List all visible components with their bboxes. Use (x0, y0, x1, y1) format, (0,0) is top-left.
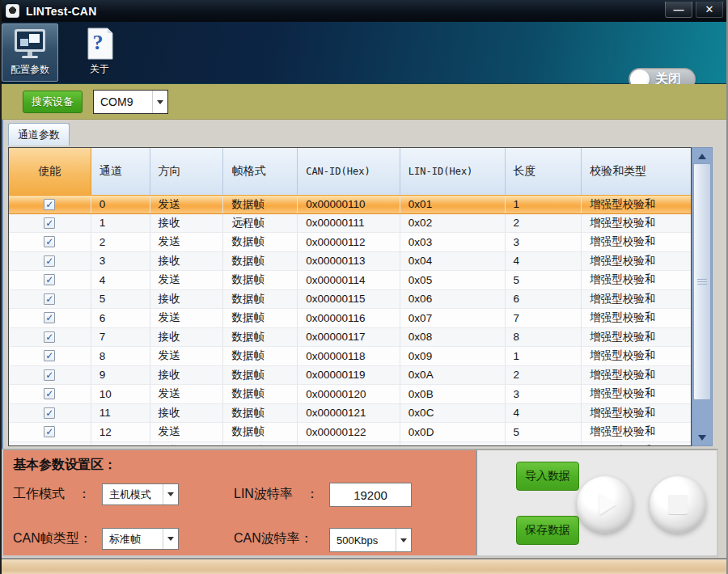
can-baud-value: 500Kbps (330, 534, 396, 547)
row-enabled-checkbox[interactable]: ✓ (44, 236, 55, 247)
table-cell: 增强型校验和 (582, 271, 691, 289)
com-port-select[interactable]: COM9 (93, 90, 168, 114)
import-data-button[interactable]: 导入数据 (516, 462, 579, 491)
table-cell: 0x00000115 (298, 290, 400, 309)
left-edge-strip (0, 120, 3, 449)
scrollbar-thumb[interactable] (693, 163, 711, 400)
table-cell: 增强型校验和 (582, 366, 691, 385)
scroll-down-button[interactable] (693, 430, 711, 445)
table-row[interactable]: ✓11接收数据帧0x000001210x0C4增强型校验和 (9, 404, 691, 424)
work-mode-select[interactable]: 主机模式 (102, 483, 179, 505)
table-scrollbar[interactable] (692, 147, 713, 446)
table-cell: 数据帧 (223, 196, 298, 213)
table-row[interactable]: ✓1接收远程帧0x000001110x022增强型校验和 (9, 214, 691, 234)
chevron-down-icon (167, 537, 174, 541)
header-checksum-type[interactable]: 校验和类型 (582, 148, 691, 195)
can-baud-label: CAN波特率： (234, 530, 313, 547)
header-lin-id[interactable]: LIN-ID(Hex) (400, 148, 506, 195)
table-cell: 13 (91, 442, 150, 447)
table-row[interactable]: ✓9接收数据帧0x000001190x0A2增强型校验和 (9, 366, 691, 386)
row-enabled-checkbox[interactable]: ✓ (44, 199, 55, 210)
row-enabled-checkbox[interactable]: ✓ (44, 331, 55, 343)
table-cell: 1 (506, 196, 582, 213)
table-cell: 0x00000111 (298, 214, 400, 233)
row-enabled-checkbox[interactable]: ✓ (44, 369, 55, 381)
monitor-icon (12, 27, 48, 62)
table-row[interactable]: ✓2发送数据帧0x000001120x033增强型校验和 (9, 233, 691, 252)
table-cell: 6 (506, 290, 582, 309)
help-icon: ? (82, 26, 117, 61)
table-cell: 增强型校验和 (582, 214, 691, 233)
table-cell: 0x00000118 (298, 347, 400, 365)
header-can-id[interactable]: CAN-ID(Hex) (298, 148, 400, 195)
table-cell: 数据帧 (223, 252, 298, 271)
can-baud-select[interactable]: 500Kbps (329, 528, 412, 552)
table-cell: 数据帧 (223, 271, 298, 289)
row-enabled-checkbox[interactable]: ✓ (44, 293, 55, 305)
start-button[interactable] (577, 476, 633, 533)
table-cell: 1 (91, 214, 150, 233)
row-enabled-checkbox[interactable]: ✓ (44, 274, 55, 285)
table-cell: 发送 (150, 196, 224, 213)
search-device-button[interactable]: 搜索设备 (23, 91, 83, 113)
table-row[interactable]: ✓13接收数据帧0x000001230x0E6增强型校验和 (9, 442, 691, 447)
table-cell: 增强型校验和 (582, 233, 691, 251)
table-cell: 0x00000119 (298, 366, 400, 385)
table-row[interactable]: ✓0发送数据帧0x000001100x011增强型校验和 (9, 195, 691, 214)
table-cell: 接收 (150, 442, 224, 447)
row-enabled-checkbox[interactable]: ✓ (44, 445, 55, 446)
table-cell: 2 (506, 214, 582, 233)
save-data-button[interactable]: 保存数据 (516, 516, 579, 545)
row-enabled-checkbox[interactable]: ✓ (44, 350, 55, 361)
tab-channel-params[interactable]: 通道参数 (8, 123, 70, 146)
table-cell: 11 (91, 404, 150, 423)
header-length[interactable]: 长度 (506, 148, 582, 195)
about-button[interactable]: ? 关于 (71, 23, 128, 82)
table-cell: 发送 (150, 385, 224, 403)
can-frame-select[interactable]: 标准帧 (102, 528, 179, 550)
row-enabled-checkbox[interactable]: ✓ (44, 217, 55, 229)
table-cell: 增强型校验和 (582, 252, 691, 271)
table-cell: 0x00000112 (298, 233, 400, 251)
minimize-button[interactable]: — (665, 2, 692, 18)
header-direction[interactable]: 方向 (150, 148, 224, 195)
table-row[interactable]: ✓10发送数据帧0x000001200x0B3增强型校验和 (9, 385, 691, 404)
table-row[interactable]: ✓5接收数据帧0x000001150x066增强型校验和 (9, 290, 691, 310)
table-cell: 3 (506, 385, 582, 403)
table-cell: 增强型校验和 (582, 404, 691, 423)
config-params-button[interactable]: 配置参数 (2, 23, 58, 82)
table-cell: 增强型校验和 (582, 328, 691, 347)
row-enabled-checkbox[interactable]: ✓ (44, 255, 55, 267)
config-params-label: 配置参数 (11, 63, 49, 77)
device-bar: 搜索设备 COM9 (0, 84, 728, 120)
table-row[interactable]: ✓3接收数据帧0x000001130x044增强型校验和 (9, 252, 691, 272)
work-mode-value: 主机模式 (103, 487, 163, 502)
header-enable[interactable]: 使能 (9, 148, 91, 195)
header-channel[interactable]: 通道 (91, 148, 150, 195)
table-cell: 发送 (150, 347, 224, 365)
table-row[interactable]: ✓8发送数据帧0x000001180x091增强型校验和 (9, 347, 691, 366)
table-cell: 增强型校验和 (582, 290, 691, 309)
row-enabled-checkbox[interactable]: ✓ (44, 426, 55, 437)
table-row[interactable]: ✓6发送数据帧0x000001160x077增强型校验和 (9, 309, 691, 328)
table-cell: 0x0D (400, 423, 506, 441)
row-enabled-checkbox[interactable]: ✓ (44, 407, 55, 419)
stop-button[interactable] (650, 476, 706, 533)
work-mode-label: 工作模式 ： (13, 486, 91, 503)
row-enabled-checkbox[interactable]: ✓ (44, 388, 55, 399)
header-frame-format[interactable]: 帧格式 (223, 148, 298, 195)
lin-baud-input[interactable]: 19200 (329, 483, 412, 507)
table-row[interactable]: ✓12发送数据帧0x000001220x0D5增强型校验和 (9, 423, 691, 442)
table-row[interactable]: ✓7接收数据帧0x000001170x088增强型校验和 (9, 328, 691, 348)
close-button[interactable]: ✕ (696, 2, 723, 18)
row-enabled-checkbox[interactable]: ✓ (44, 312, 55, 323)
table-cell: 接收 (150, 214, 224, 233)
scroll-up-button[interactable] (693, 149, 711, 163)
basic-params-groupbox: 基本参数设置区： 工作模式 ： 主机模式 LIN波特率 ： 19200 CAN帧… (3, 450, 477, 555)
can-frame-label: CAN帧类型： (13, 530, 92, 547)
table-row[interactable]: ✓4发送数据帧0x000001140x055增强型校验和 (9, 271, 691, 290)
table-cell: 数据帧 (223, 385, 298, 403)
table-cell: 数据帧 (223, 423, 298, 441)
app-icon (6, 4, 19, 18)
table-cell: 发送 (150, 309, 224, 327)
